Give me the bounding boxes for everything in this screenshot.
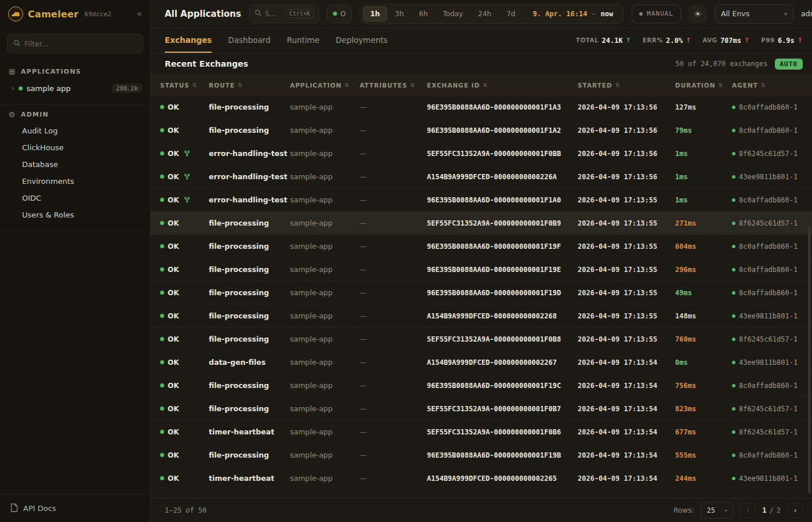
theme-toggle-button[interactable]: ☀ bbox=[688, 5, 707, 23]
table-row[interactable]: OK file-processing sample-app — 96E395B0… bbox=[151, 281, 812, 304]
global-search[interactable]: Ctrl+K bbox=[249, 5, 319, 23]
status-ok-dot bbox=[160, 476, 164, 480]
attributes-label: — bbox=[360, 381, 427, 390]
attributes-label: — bbox=[360, 126, 427, 135]
application-label: sample-app bbox=[290, 404, 360, 413]
pagination-footer: 1–25 of 50 Rows: 25 ▾ ‹ 1 / 2 › bbox=[151, 498, 812, 522]
sidebar-item-users-roles[interactable]: Users & Roles bbox=[8, 206, 142, 223]
column-header-attributes[interactable]: ATTRIBUTES⇅ bbox=[360, 82, 427, 89]
tab-runtime[interactable]: Runtime bbox=[287, 28, 319, 53]
next-page-button[interactable]: › bbox=[788, 503, 803, 518]
table-header: STATUS⇅ ROUTE⇅ APPLICATION⇅ ATTRIBUTES⇅ … bbox=[151, 74, 812, 96]
time-range-1h[interactable]: 1h bbox=[363, 6, 387, 21]
column-header-duration[interactable]: DURATION⇅ bbox=[675, 82, 732, 89]
agent-cell: 8c0affadb860-1 bbox=[732, 196, 803, 204]
agent-id: 8c0affadb860-1 bbox=[739, 451, 798, 459]
table-row[interactable]: OK timer-heartbeat sample-app — A154B9A9… bbox=[151, 467, 812, 490]
document-icon bbox=[10, 503, 18, 514]
agent-cell: 8f6245c61d57-1 bbox=[732, 405, 803, 413]
agent-id: 8f6245c61d57-1 bbox=[739, 150, 798, 158]
table-row[interactable]: OK file-processing sample-app — A154B9A9… bbox=[151, 304, 812, 328]
route-label: file-processing bbox=[209, 381, 290, 390]
auto-refresh-badge[interactable]: AUTO bbox=[775, 59, 803, 70]
tab-dashboard[interactable]: Dashboard bbox=[228, 28, 270, 53]
table-row[interactable]: OK file-processing sample-app — 96E395B0… bbox=[151, 96, 812, 119]
table-row[interactable]: OK file-processing sample-app — 96E395B0… bbox=[151, 374, 812, 397]
agent-status-dot bbox=[732, 175, 735, 179]
exchange-id: 5EF55FC31352A9A-000000000001F0B9 bbox=[427, 219, 578, 227]
application-label: sample-app bbox=[290, 474, 360, 483]
table-row[interactable]: OK error-handling-test sample-app — 96E3… bbox=[151, 188, 812, 212]
sidebar-item-environments[interactable]: Environments bbox=[8, 173, 142, 190]
table-row[interactable]: OK file-processing sample-app — 96E395B0… bbox=[151, 444, 812, 467]
list-header: Recent Exchanges 50 of 24,070 exchanges … bbox=[151, 53, 812, 74]
applications-section: ⊞ APPLICATIONS › sample app 208.2k bbox=[0, 61, 150, 104]
table-row[interactable]: OK file-processing sample-app — 5EF55FC3… bbox=[151, 397, 812, 420]
online-indicator[interactable]: O bbox=[327, 5, 351, 23]
table-row[interactable]: OK error-handling-test sample-app — 5EF5… bbox=[151, 142, 812, 165]
column-header-route[interactable]: ROUTE⇅ bbox=[209, 82, 290, 89]
column-header-application[interactable]: APPLICATION⇅ bbox=[290, 82, 360, 89]
sidebar-item-database[interactable]: Database bbox=[8, 156, 142, 173]
manual-refresh-button[interactable]: MANUAL bbox=[632, 5, 681, 23]
attributes-label: — bbox=[360, 474, 427, 483]
status-ok-dot bbox=[160, 244, 164, 248]
sidebar-item-clickhouse[interactable]: ClickHouse bbox=[8, 139, 142, 156]
app-count-badge: 208.2k bbox=[112, 84, 142, 93]
sidebar: Cameleer 69dcce2 « ⊞ APPLICATIONS › samp… bbox=[0, 0, 151, 522]
exchange-id: 96E395B0088AA6D-000000000001F1A2 bbox=[427, 126, 578, 135]
column-header-agent[interactable]: AGENT⇅ bbox=[732, 82, 803, 89]
manual-label: MANUAL bbox=[647, 10, 673, 17]
column-header-exchange-id[interactable]: EXCHANGE ID⇅ bbox=[427, 82, 578, 89]
table-row[interactable]: OK error-handling-test sample-app — A154… bbox=[151, 165, 812, 188]
date-range-display[interactable]: 9. Apr. 16:14 — now bbox=[532, 10, 613, 18]
application-label: sample-app bbox=[290, 149, 360, 158]
prev-page-button[interactable]: ‹ bbox=[740, 503, 755, 518]
status-ok-dot bbox=[160, 360, 164, 364]
table-row[interactable]: OK data-gen-files sample-app — A154B9A99… bbox=[151, 351, 812, 374]
agent-id: 43ee9811b801-1 bbox=[739, 474, 798, 483]
online-dot bbox=[333, 12, 337, 16]
sidebar-item-audit-log[interactable]: Audit Log bbox=[8, 122, 142, 139]
table-row[interactable]: OK timer-heartbeat sample-app — 5EF55FC3… bbox=[151, 420, 812, 444]
time-range-7d[interactable]: 7d bbox=[499, 6, 522, 21]
agent-id: 8c0affadb860-1 bbox=[739, 266, 798, 274]
time-range-3h[interactable]: 3h bbox=[388, 6, 411, 21]
agent-cell: 8c0affadb860-1 bbox=[732, 289, 803, 297]
table-row[interactable]: OK file-processing sample-app — 5EF55FC3… bbox=[151, 328, 812, 351]
search-input[interactable] bbox=[265, 10, 282, 18]
table-row[interactable]: OK file-processing sample-app — 96E395B0… bbox=[151, 235, 812, 258]
route-label: file-processing bbox=[209, 126, 290, 135]
table-row[interactable]: OK file-processing sample-app — 96E395B0… bbox=[151, 119, 812, 142]
app-status-dot bbox=[19, 86, 23, 90]
chevron-right-icon[interactable]: › bbox=[12, 84, 14, 92]
column-header-started[interactable]: STARTED⇅ bbox=[578, 82, 675, 89]
filter-box[interactable] bbox=[7, 34, 143, 53]
table-row[interactable]: OK file-processing sample-app — 96E395B0… bbox=[151, 258, 812, 281]
tab-exchanges[interactable]: Exchanges bbox=[165, 28, 212, 53]
agent-id: 8c0affadb860-1 bbox=[739, 103, 798, 111]
attributes-label: — bbox=[360, 195, 427, 204]
agent-cell: 8f6245c61d57-1 bbox=[732, 219, 803, 227]
agent-id: 8c0affadb860-1 bbox=[739, 126, 798, 135]
sidebar-item-oidc[interactable]: OIDC bbox=[8, 190, 142, 206]
column-header-status[interactable]: STATUS⇅ bbox=[160, 82, 209, 89]
started-timestamp: 2026-04-09 17:13:55 bbox=[578, 289, 675, 297]
rows-per-page-select[interactable]: 25 ▾ bbox=[701, 502, 733, 519]
route-label: file-processing bbox=[209, 311, 290, 320]
time-range-today[interactable]: Today bbox=[436, 6, 470, 21]
table-row[interactable]: OK file-processing sample-app — 5EF55FC3… bbox=[151, 212, 812, 235]
collapse-sidebar-icon[interactable]: « bbox=[137, 9, 142, 19]
environments-dropdown[interactable]: All Envs ▾ bbox=[715, 4, 793, 24]
time-range-24h[interactable]: 24h bbox=[471, 6, 498, 21]
filter-input[interactable] bbox=[24, 39, 137, 48]
time-range-6h[interactable]: 6h bbox=[412, 6, 434, 21]
stat-err: ERR% 2.0% ↑ bbox=[643, 37, 691, 45]
api-docs-link[interactable]: API Docs bbox=[0, 494, 150, 522]
sort-icon: ⇅ bbox=[718, 82, 723, 88]
scrollbar[interactable] bbox=[808, 226, 811, 493]
application-label: sample-app bbox=[290, 172, 360, 181]
tab-deployments[interactable]: Deployments bbox=[336, 28, 388, 53]
sidebar-item-sample-app[interactable]: › sample app 208.2k bbox=[8, 79, 142, 97]
agent-status-dot bbox=[732, 361, 735, 364]
